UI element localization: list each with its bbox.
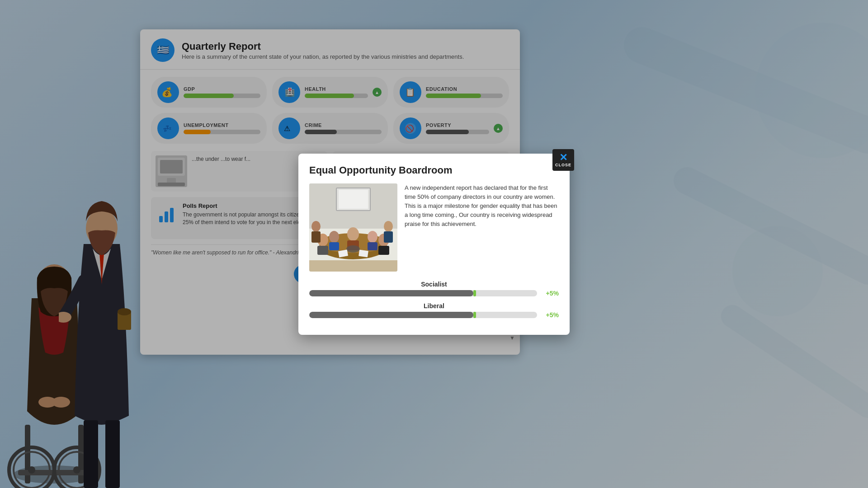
svg-rect-59 — [368, 242, 377, 250]
svg-point-62 — [346, 245, 360, 253]
svg-rect-67 — [311, 231, 321, 243]
liberal-bar-fill — [309, 312, 473, 318]
svg-rect-69 — [384, 231, 393, 243]
svg-point-54 — [329, 231, 339, 243]
socialist-value: +5% — [541, 290, 559, 297]
boardroom-illustration — [309, 183, 397, 272]
svg-rect-65 — [309, 260, 397, 272]
liberal-value: +5% — [541, 311, 559, 319]
svg-rect-49 — [339, 190, 368, 209]
liberal-bar-bg — [309, 312, 537, 318]
modal-image — [309, 183, 397, 272]
modal-dialog: ✕ CLOSE Equal Opportunity Boardroom — [298, 154, 570, 335]
close-label: CLOSE — [555, 163, 571, 167]
modal-content: A new independent report has declared th… — [309, 183, 559, 272]
svg-point-58 — [368, 231, 377, 243]
svg-rect-64 — [359, 249, 368, 257]
modal-body: Equal Opportunity Boardroom — [298, 154, 570, 335]
socialist-bar-indicator — [473, 290, 476, 296]
effect-socialist: Socialist +5% — [309, 281, 559, 297]
modal-effects: Socialist +5% Liberal — [309, 281, 559, 319]
socialist-label: Socialist — [309, 281, 559, 288]
modal-title: Equal Opportunity Boardroom — [309, 164, 559, 176]
modal-description: A new independent report has declared th… — [405, 183, 559, 272]
liberal-bar-indicator — [473, 312, 476, 318]
svg-rect-61 — [378, 246, 389, 255]
modal-overlay: ✕ CLOSE Equal Opportunity Boardroom — [0, 0, 868, 488]
svg-rect-53 — [317, 246, 328, 255]
liberal-label: Liberal — [309, 302, 559, 310]
close-x-icon: ✕ — [559, 153, 567, 163]
effect-liberal: Liberal +5% — [309, 302, 559, 319]
svg-point-68 — [384, 221, 393, 232]
socialist-bar-fill — [309, 290, 473, 296]
svg-point-66 — [311, 221, 321, 232]
svg-point-56 — [347, 227, 359, 241]
socialist-bar-bg — [309, 290, 537, 296]
modal-close-button[interactable]: ✕ CLOSE — [552, 149, 574, 171]
svg-rect-55 — [329, 242, 339, 250]
